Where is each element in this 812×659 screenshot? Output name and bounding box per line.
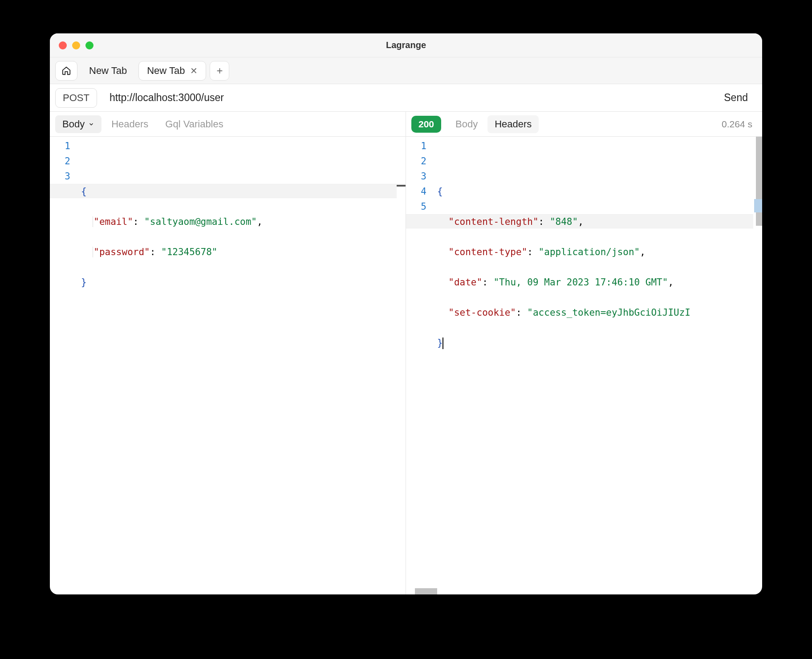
titlebar: Lagrange bbox=[50, 33, 762, 57]
tab-label: Gql Variables bbox=[165, 118, 223, 130]
tab-inactive[interactable]: New Tab bbox=[81, 61, 135, 81]
tab-label: Headers bbox=[111, 118, 148, 130]
close-window-button[interactable] bbox=[59, 41, 67, 49]
code-content: { "content-length": "848", "content-type… bbox=[437, 137, 762, 594]
req-email-value: saltyaom@gmail.com bbox=[150, 216, 252, 227]
resp-date: Thu, 09 Mar 2023 17:46:10 GMT bbox=[499, 277, 662, 288]
response-time: 0.264 s bbox=[722, 119, 757, 130]
response-panel: 200 Body Headers 0.264 s 1 2 3 4 bbox=[406, 112, 762, 594]
window-title: Lagrange bbox=[386, 40, 426, 50]
request-tab-body[interactable]: Body bbox=[55, 115, 102, 133]
tab-label: Headers bbox=[495, 118, 532, 130]
line-gutter: 1 2 3 4 bbox=[50, 137, 81, 594]
line-number: 4 bbox=[406, 184, 437, 199]
horizontal-scrollbar[interactable] bbox=[415, 588, 437, 594]
urlbar: POST Send bbox=[50, 84, 762, 112]
req-password-value: 12345678 bbox=[167, 247, 212, 257]
line-number: 3 bbox=[406, 169, 437, 184]
response-tab-body[interactable]: Body bbox=[448, 115, 485, 133]
close-icon[interactable]: ✕ bbox=[190, 66, 198, 75]
tabbar: New Tab New Tab ✕ + bbox=[50, 57, 762, 84]
status-badge: 200 bbox=[411, 116, 441, 133]
app-window: Lagrange New Tab New Tab ✕ + POST Send B… bbox=[50, 33, 762, 594]
home-button[interactable] bbox=[55, 61, 77, 81]
tab-active[interactable]: New Tab ✕ bbox=[138, 61, 206, 81]
content: Body Headers Gql Variables 1 2 3 4 bbox=[50, 112, 762, 594]
maximize-window-button[interactable] bbox=[85, 41, 93, 49]
response-tab-headers[interactable]: Headers bbox=[487, 115, 539, 133]
code-content: { "email": "saltyaom@gmail.com", "passwo… bbox=[81, 137, 406, 594]
status-code: 200 bbox=[418, 119, 434, 130]
send-button[interactable]: Send bbox=[715, 88, 757, 108]
tab-label: New Tab bbox=[89, 65, 127, 77]
line-number: 2 bbox=[406, 154, 437, 169]
tab-label: Body bbox=[62, 118, 85, 130]
new-tab-button[interactable]: + bbox=[210, 61, 229, 81]
request-panel-tabs: Body Headers Gql Variables bbox=[50, 112, 406, 137]
chevron-down-icon bbox=[88, 121, 94, 127]
line-number: 5 bbox=[406, 199, 437, 214]
response-panel-tabs: 200 Body Headers 0.264 s bbox=[406, 112, 762, 137]
http-method-select[interactable]: POST bbox=[55, 88, 97, 108]
request-tab-gql[interactable]: Gql Variables bbox=[158, 115, 230, 133]
home-icon bbox=[61, 66, 71, 76]
http-method-label: POST bbox=[63, 92, 89, 104]
response-headers-editor[interactable]: 1 2 3 4 5 6 { "content-length": "848", "… bbox=[406, 137, 762, 594]
resp-content-length: 848 bbox=[556, 216, 572, 227]
traffic-lights bbox=[59, 41, 93, 49]
line-number: 3 bbox=[50, 169, 81, 184]
line-gutter: 1 2 3 4 5 6 bbox=[406, 137, 437, 594]
resp-content-type: application/json bbox=[544, 247, 634, 257]
request-tab-headers[interactable]: Headers bbox=[104, 115, 155, 133]
url-input[interactable] bbox=[102, 88, 710, 108]
text-cursor bbox=[443, 338, 443, 349]
line-number: 1 bbox=[50, 138, 81, 154]
tab-label: Body bbox=[455, 118, 478, 130]
request-body-editor[interactable]: 1 2 3 4 { "email": "saltyaom@gmail.com",… bbox=[50, 137, 406, 594]
line-number: 2 bbox=[50, 154, 81, 169]
minimize-window-button[interactable] bbox=[72, 41, 80, 49]
request-panel: Body Headers Gql Variables 1 2 3 4 bbox=[50, 112, 406, 594]
tab-label: New Tab bbox=[147, 65, 185, 77]
line-number: 1 bbox=[406, 138, 437, 154]
resp-set-cookie: access_token=eyJhbGciOiJIUzI bbox=[533, 307, 690, 318]
